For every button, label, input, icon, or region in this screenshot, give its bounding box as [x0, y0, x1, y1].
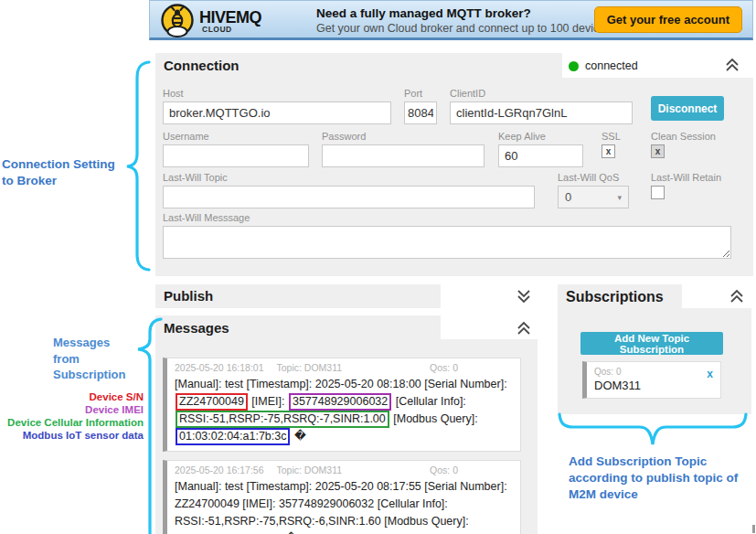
message-text: [IMEI]: [249, 395, 288, 408]
message-text: [Modbus Query]: [390, 412, 478, 425]
scrollbar-fragment [752, 525, 755, 533]
message-card: 2025-05-20 16:17:56Topic: DOM311Qos: 0[M… [163, 460, 521, 534]
message-header: 2025-05-20 16:18:01Topic: DOM311Qos: 0 [175, 362, 513, 373]
highlight-red-box: ZZ24700049 [176, 393, 248, 411]
keepalive-input[interactable] [498, 144, 583, 167]
port-input[interactable] [404, 101, 437, 124]
message-text: [Manual]: test [Timestamp]: 2025-05-20 0… [175, 378, 507, 390]
messages-title: Messages [164, 320, 229, 336]
subscription-annotation-label: Add Subscription Topic according to publ… [569, 454, 756, 503]
keepalive-label: Keep Alive [498, 131, 583, 142]
device-cellular-label: Device Cellular Information [0, 416, 144, 429]
subscription-qos: Qos: 0 [594, 367, 713, 377]
highlight-blue-box: 01:03:02:04:a1:7b:3c [176, 428, 290, 445]
message-header: 2025-05-20 16:17:56Topic: DOM311Qos: 0 [175, 465, 513, 475]
lastwill-qos-value: 0 [565, 190, 571, 204]
hivemq-cloud-text: CLOUD [202, 25, 232, 34]
subscriptions-title: Subscriptions [566, 289, 664, 305]
host-label: Host [163, 88, 391, 99]
messages-collapse-icon[interactable] [516, 321, 532, 336]
lastwill-topic-input[interactable] [163, 186, 535, 208]
device-field-legend: Device S/N Device IMEI Device Cellular I… [0, 390, 144, 442]
msg-topic: Topic: DOM311 [277, 362, 343, 373]
lastwill-retain-checkbox[interactable] [651, 186, 665, 199]
modbus-sensor-label: Modbus IoT sensor data [0, 429, 144, 442]
disconnect-button[interactable]: Disconnect [651, 96, 724, 121]
hivemq-bee-logo-icon [159, 3, 196, 39]
message-text: � [291, 430, 305, 443]
connection-collapse-icon[interactable] [724, 58, 740, 72]
message-text: [Cellular Info]: [392, 395, 466, 408]
screenshot-stage: HIVEMQ CLOUD Need a fully managed MQTT b… [0, 0, 756, 534]
banner-headline: Need a fully managed MQTT broker? [316, 6, 531, 20]
message-card: 2025-05-20 16:18:01Topic: DOM311Qos: 0[M… [163, 358, 521, 452]
clientid-label: ClientID [450, 88, 633, 99]
subscriptions-panel: Subscriptions Add New Topic Subscription… [558, 284, 751, 414]
remove-subscription-button[interactable]: x [707, 368, 713, 380]
device-imei-label: Device IMEI [0, 403, 144, 416]
publish-title: Publish [164, 288, 213, 304]
message-body: [Manual]: test [Timestamp]: 2025-05-20 0… [175, 478, 513, 534]
host-input[interactable] [163, 101, 391, 124]
message-list: 2025-05-20 16:18:01Topic: DOM311Qos: 0[M… [163, 358, 521, 534]
messages-annotation-label: Messages from Subscription [53, 335, 154, 383]
lastwill-qos-label: Last-Will QoS [558, 172, 629, 183]
connection-title: Connection [164, 58, 240, 73]
message-body: [Manual]: test [Timestamp]: 2025-05-20 0… [175, 376, 513, 445]
username-input[interactable] [163, 144, 309, 167]
lastwill-message-textarea[interactable] [163, 226, 731, 259]
msg-qos: Qos: 0 [430, 465, 458, 475]
clientid-input[interactable] [450, 101, 633, 124]
message-text: RSSI:-51,RSRP:-75,RSRQ:-6,SINR:1.60 [Mod… [175, 515, 469, 528]
connection-panel: Connection connected Host Port ClientID … [155, 53, 753, 276]
lastwill-qos-select[interactable]: 0 ▾ [558, 186, 629, 208]
hivemq-cloud-banner: HIVEMQ CLOUD Need a fully managed MQTT b… [149, 0, 753, 40]
highlight-purple-box: 357748929006032 [289, 393, 391, 411]
connection-status-label: connected [585, 59, 638, 72]
publish-expand-icon[interactable] [516, 289, 532, 304]
connection-status: connected [569, 59, 638, 72]
clean-session-label: Clean Session [651, 131, 716, 142]
publish-section: Publish [155, 284, 538, 308]
subscription-card: Qos: 0DOM311x [582, 361, 721, 399]
ssl-label: SSL [602, 131, 621, 142]
password-label: Password [322, 131, 484, 142]
password-input[interactable] [322, 144, 484, 167]
port-label: Port [404, 88, 437, 99]
messages-panel: Messages 2025-05-20 16:18:01Topic: DOM31… [155, 315, 538, 534]
msg-timestamp: 2025-05-20 16:17:56 [175, 465, 264, 475]
msg-qos: Qos: 0 [430, 362, 458, 373]
username-label: Username [163, 131, 309, 142]
highlight-green-box: RSSI:-51,RSRP:-75,RSRQ:-7,SINR:1.00 [176, 411, 389, 428]
message-text: ZZ24700049 [IMEI]: 357748929006032 [Cell… [175, 497, 448, 510]
subscription-topic: DOM311 [594, 379, 713, 392]
device-sn-label: Device S/N [0, 390, 144, 403]
connected-status-dot-icon [569, 61, 579, 71]
message-text: [Manual]: test [Timestamp]: 2025-05-20 0… [175, 480, 507, 493]
ssl-checkbox[interactable]: x [602, 144, 615, 158]
select-arrow-icon: ▾ [617, 193, 622, 202]
subscription-list: Qos: 0DOM311x [582, 361, 721, 404]
lastwill-message-label: Last-Will Messsage [163, 212, 731, 223]
connection-annotation-label: Connection Setting to Broker [2, 156, 139, 188]
lastwill-retain-label: Last-Will Retain [651, 172, 721, 183]
subscriptions-collapse-icon[interactable] [729, 289, 745, 304]
lastwill-topic-label: Last-Will Topic [163, 172, 535, 183]
get-free-account-button[interactable]: Get your free account [594, 6, 742, 33]
clean-session-checkbox[interactable]: x [651, 144, 665, 158]
msg-topic: Topic: DOM311 [277, 465, 343, 475]
subscriptions-brace [559, 414, 746, 444]
msg-timestamp: 2025-05-20 16:18:01 [175, 362, 264, 373]
add-new-topic-subscription-button[interactable]: Add New Topic Subscription [580, 332, 723, 355]
